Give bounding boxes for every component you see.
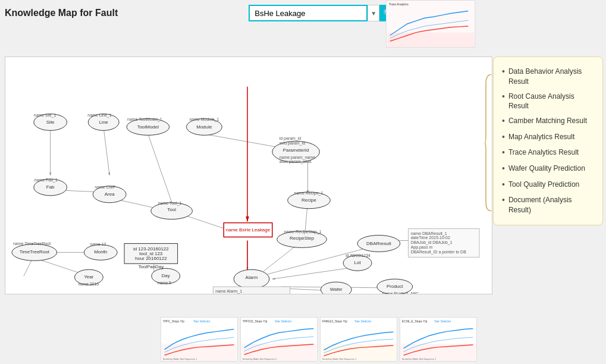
top-chart-thumbnail: Trace Analytics xyxy=(386,0,475,48)
svg-text:App.pass m: App.pass m xyxy=(411,245,433,250)
svg-text:name 2016: name 2016 xyxy=(78,282,99,286)
analysis-list: Data Behavior Analysis Result Root Cause… xyxy=(502,64,594,218)
list-item-map-analytics: Map Analytics Result xyxy=(502,130,594,146)
svg-text:Sorted by Wafer Slot Sequence : Sorted by Wafer Slot Sequence 1 xyxy=(402,357,436,360)
bottom-charts: TPFC_Stops Y/p Star Selector Sorted by W… xyxy=(161,317,477,362)
svg-text:Recipe: Recipe xyxy=(302,197,316,203)
svg-text:Tool: Tool xyxy=(167,207,176,212)
svg-text:Day: Day xyxy=(162,273,170,278)
svg-text:RecipeStep: RecipeStep xyxy=(290,236,315,241)
list-item-trace-analytics: Trace Analytics Result xyxy=(502,145,594,161)
svg-text:name Ste_1: name Ste_1 xyxy=(34,113,56,118)
chart-thumb-3: FAMLE2_Stops Y/p Star Selector Sorted by… xyxy=(320,317,397,362)
svg-text:TPFC_Stops Y/p: TPFC_Stops Y/p xyxy=(163,320,185,323)
svg-text:Site: Site xyxy=(46,120,55,125)
top-chart-svg: Trace Analytics xyxy=(387,1,475,47)
search-bar: ▼ 🔍 xyxy=(249,5,396,21)
svg-line-6 xyxy=(103,128,109,175)
main-container: Knowledge Map for Fault ▼ 🔍 Trace Analyt… xyxy=(0,0,606,364)
svg-text:Star Selector: Star Selector xyxy=(434,320,451,323)
svg-text:Area: Area xyxy=(105,192,115,197)
svg-line-7 xyxy=(148,134,172,202)
list-item-document: Document (Analysis Result) xyxy=(502,193,594,218)
svg-text:name Alarm_1: name Alarm_1 xyxy=(215,289,242,294)
chart-thumb-2: TPFC02_Stops Y/p Star Selector Sorted by… xyxy=(240,317,318,362)
svg-text:DBAJob_id DBAJob_1: DBAJob_id DBAJob_1 xyxy=(411,240,453,245)
svg-text:name Line_1: name Line_1 xyxy=(87,113,111,118)
knowledge-map: Site name Ste_1 Line name Line_1 ToolMod… xyxy=(5,57,492,294)
chart-thumb-4: ECSE_E_Stops Y/p Star Selector Sorted by… xyxy=(400,317,477,362)
right-panel: Data Behavior Analysis Result Root Cause… xyxy=(493,57,603,225)
svg-text:Fab: Fab xyxy=(46,184,55,190)
svg-text:Star Selector: Star Selector xyxy=(354,320,371,323)
svg-text:DBAResult_ID a pointer to DB: DBAResult_ID a pointer to DB xyxy=(411,250,466,255)
svg-text:Month: Month xyxy=(94,249,107,255)
svg-text:TimeTreeRoot: TimeTreeRoot xyxy=(20,249,50,255)
svg-text:ParameterId: ParameterId xyxy=(283,148,309,153)
svg-text:DBARresult: DBARresult xyxy=(366,241,391,246)
svg-text:Lot: Lot xyxy=(354,260,362,265)
svg-text:TPFC02_Stops Y/p: TPFC02_Stops Y/p xyxy=(243,320,268,323)
svg-text:Wafer: Wafer xyxy=(330,287,343,292)
page-title: Knowledge Map for Fault xyxy=(5,8,118,18)
svg-text:name Fab_1: name Fab_1 xyxy=(34,178,58,183)
svg-text:Product: Product xyxy=(387,284,403,289)
list-item-tool-quality: Tool Quality Prediction xyxy=(502,177,594,193)
svg-text:name 12: name 12 xyxy=(90,242,106,246)
svg-text:name Recipe_1: name Recipe_1 xyxy=(294,191,324,196)
svg-text:ECSE_E_Stops Y/p: ECSE_E_Stops Y/p xyxy=(402,320,428,323)
header: Knowledge Map for Fault ▼ 🔍 xyxy=(5,5,396,21)
svg-text:name TimeTreeRoot: name TimeTreeRoot xyxy=(13,241,51,246)
list-item-data-behavior: Data Behavior Analysis Result xyxy=(502,64,594,89)
svg-text:name ToolModel_1: name ToolModel_1 xyxy=(127,117,162,122)
list-item-root-cause: Root Cause Analysis Result xyxy=(502,89,594,114)
svg-text:Module: Module xyxy=(196,124,212,130)
svg-text:ToolPanDay: ToolPanDay xyxy=(138,264,164,269)
dropdown-icon: ▼ xyxy=(370,10,376,17)
svg-text:name Module_1: name Module_1 xyxy=(190,117,219,122)
list-item-camber: Camber Matching Result xyxy=(502,114,594,130)
svg-text:dateTime 2015-10-02: dateTime 2015-10-02 xyxy=(411,236,450,240)
knowledge-graph-svg: Site name Ste_1 Line name Line_1 ToolMod… xyxy=(5,57,492,294)
chart-thumb-1: TPFC_Stops Y/p Star Selector Sorted by W… xyxy=(161,317,238,362)
svg-text:Star Selector: Star Selector xyxy=(275,320,291,323)
svg-text:ToolModel: ToolModel xyxy=(137,124,159,130)
svg-text:name BsHe Leakage: name BsHe Leakage xyxy=(226,227,271,233)
svg-text:name Tool_1: name Tool_1 xyxy=(158,201,182,206)
svg-text:Sorted by Wafer Slot Sequence : Sorted by Wafer Slot Sequence 1 xyxy=(163,357,197,360)
brace-svg xyxy=(483,74,494,211)
svg-text:name 5: name 5 xyxy=(158,281,171,285)
svg-text:name RecipeStep_1: name RecipeStep_1 xyxy=(284,230,322,234)
svg-text:Sorted by Wafer Slot Sequence : Sorted by Wafer Slot Sequence 1 xyxy=(322,357,356,360)
svg-text:Year: Year xyxy=(84,274,93,280)
svg-text:name CMP: name CMP xyxy=(95,185,115,189)
svg-text:id param_id: id param_id xyxy=(280,136,301,141)
svg-text:Line: Line xyxy=(99,120,109,125)
svg-text:id ABCD1234: id ABCD1234 xyxy=(346,253,370,258)
svg-text:FAMLE2_Stops Y/p: FAMLE2_Stops Y/p xyxy=(322,320,348,323)
svg-text:alias param_alias: alias param_alias xyxy=(280,159,312,164)
svg-text:Sorted by Wafer Slot Sequence : Sorted by Wafer Slot Sequence 1 xyxy=(243,357,277,360)
svg-text:Star Selector: Star Selector xyxy=(193,320,210,323)
svg-text:Trace Analytics: Trace Analytics xyxy=(389,3,409,6)
list-item-wafer-quality: Wafer Quality Prediction xyxy=(502,161,594,177)
svg-line-8 xyxy=(204,134,287,149)
svg-text:svid param_id: svid param_id xyxy=(280,141,305,146)
svg-text:Alarm: Alarm xyxy=(246,275,258,280)
svg-rect-1 xyxy=(387,33,474,47)
svg-text:name DBAResult_1: name DBAResult_1 xyxy=(411,231,447,236)
search-options: ▼ xyxy=(368,5,379,21)
svg-line-15 xyxy=(272,267,355,279)
search-input[interactable] xyxy=(249,5,368,21)
svg-text:name Product_ABC: name Product_ABC xyxy=(382,291,419,294)
svg-text:hour 20160122: hour 20160122 xyxy=(135,256,167,261)
